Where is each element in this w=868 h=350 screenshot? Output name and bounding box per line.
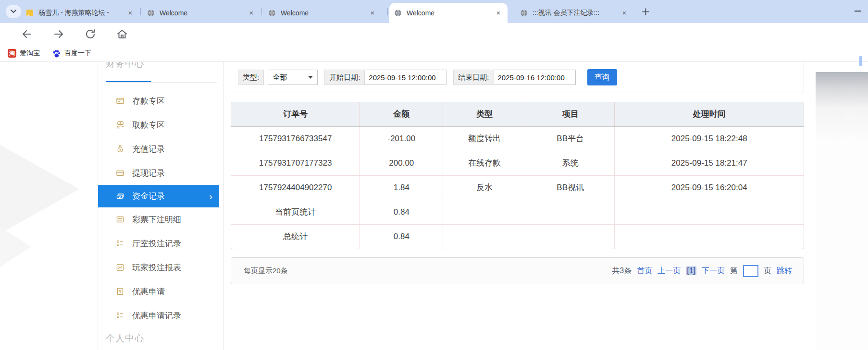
scrollbar-thumb[interactable]: [859, 56, 862, 66]
sidebar-section-finance: 财务中心: [106, 62, 144, 70]
start-date-input[interactable]: [365, 70, 446, 85]
watermark-triangle: [0, 220, 31, 273]
chevron-down-icon: [308, 76, 313, 79]
tab-close-icon[interactable]: ×: [247, 9, 256, 17]
next-page-link[interactable]: 下一页: [702, 266, 725, 276]
globe-favicon-icon: [147, 9, 155, 17]
promo-list-icon: [116, 311, 124, 320]
start-date-label: 开始日期:: [324, 70, 365, 85]
sidebar-item-label: 优惠申请记录: [132, 310, 181, 321]
bookmarks-bar: 淘 爱淘宝 百度一下: [0, 45, 868, 62]
query-button[interactable]: 查询: [587, 69, 617, 85]
table-row: 1757931766733547 -201.00 额度转出 BB平台 2025-…: [231, 126, 804, 151]
tab-title: Welcome: [160, 9, 247, 17]
tab-close-icon[interactable]: ×: [494, 9, 503, 17]
forward-icon[interactable]: [53, 28, 64, 40]
cell-amount: 1.84: [360, 175, 443, 200]
cell-project: BB视讯: [526, 175, 615, 200]
cell-process-time: 2025-09-15 18:21:47: [615, 151, 804, 175]
cell-project: 系统: [526, 151, 615, 175]
cell-summary-label: 当前页统计: [231, 200, 360, 224]
globe-favicon-icon: [394, 9, 402, 17]
type-select[interactable]: 全部: [268, 70, 318, 85]
browser-tab-1[interactable]: 杨雪儿 - 海燕策略论坛 - ×: [21, 3, 139, 23]
cell-amount: 0.84: [360, 224, 443, 249]
prev-page-link[interactable]: 上一页: [657, 266, 681, 276]
sidebar-item-label: 厅室投注记录: [132, 238, 181, 249]
baidu-paw-icon: [52, 49, 61, 58]
sidebar-item-funds-records[interactable]: 资金记录 ›: [98, 185, 219, 207]
table-row: 1757924404902270 1.84 反水 BB视讯 2025-09-15…: [231, 175, 804, 200]
filter-bar: 类型: 全部 开始日期: 结束日期: 查询: [231, 62, 804, 93]
jump-button[interactable]: 跳转: [777, 266, 792, 276]
tab-close-icon[interactable]: ×: [620, 9, 629, 17]
sidebar-item-deposit[interactable]: 存款专区: [98, 89, 224, 113]
wallet-icon: [116, 169, 124, 177]
sidebar-item-withdraw[interactable]: 取款专区: [98, 113, 224, 137]
new-tab-button[interactable]: [640, 6, 651, 17]
cell-amount: 200.00: [360, 151, 443, 175]
user-center-sidebar: 财务中心 存款专区 取款专区: [98, 62, 224, 350]
cell-amount: -201.00: [360, 126, 443, 151]
cell-order-no: 1757931766733547: [231, 126, 360, 151]
sidebar-item-label: 玩家投注报表: [132, 262, 181, 273]
tab-close-icon[interactable]: ×: [126, 9, 135, 17]
window-minimize-button[interactable]: [855, 11, 861, 12]
sidebar-item-recharge-records[interactable]: 充值记录: [98, 137, 224, 161]
promo-ticket-icon: [116, 287, 124, 296]
chevron-down-icon: [11, 10, 16, 13]
cell-summary-label: 总统计: [231, 224, 360, 249]
list-icon: [116, 215, 124, 224]
money-bag-icon: [116, 145, 124, 153]
sidebar-menu: 存款专区 取款专区 充值记录: [98, 89, 224, 327]
sidebar-item-label: 充值记录: [132, 144, 165, 155]
plus-icon: [642, 8, 649, 15]
section-divider: [106, 82, 217, 83]
reload-icon[interactable]: [85, 28, 96, 40]
globe-favicon-icon: [520, 9, 528, 17]
bookmark-baidu[interactable]: 百度一下: [52, 48, 91, 59]
globe-favicon-icon: [268, 9, 276, 17]
funds-records-table: 订单号 金额 类型 项目 处理时间 1757931766733547 -201.…: [231, 102, 804, 249]
home-icon[interactable]: [116, 28, 128, 40]
forum-favicon-icon: [26, 9, 34, 17]
pagination-bar: 每页显示20条 共3条 首页 上一页 [1] 下一页 第 页 跳转: [231, 257, 804, 284]
tab-close-icon[interactable]: ×: [368, 9, 377, 17]
browser-tab-2[interactable]: Welcome ×: [142, 3, 260, 23]
bookmark-taobao[interactable]: 淘 爱淘宝: [8, 48, 40, 59]
browser-tab-3[interactable]: Welcome ×: [263, 3, 382, 23]
chevron-right-icon: ›: [209, 192, 212, 201]
report-chart-icon: [116, 263, 124, 272]
sidebar-item-room-bet-records[interactable]: 厅室投注记录: [98, 231, 224, 255]
page-right-decoration: [816, 72, 868, 350]
browser-tab-4-active[interactable]: Welcome ×: [389, 3, 508, 23]
sidebar-item-lottery-bet-detail[interactable]: 彩票下注明细: [98, 207, 224, 231]
back-icon[interactable]: [21, 28, 33, 40]
browser-toolbar: js13.cc/hhcp/usercenter.html?iniType=6: [0, 23, 868, 45]
sidebar-item-label: 资金记录: [132, 191, 165, 202]
deposit-card-icon: [116, 97, 124, 105]
bookmark-label: 百度一下: [64, 49, 91, 58]
end-date-input[interactable]: [494, 70, 576, 85]
browser-tab-5[interactable]: :::视讯 会员下注纪录::: ×: [515, 3, 633, 23]
jump-page-input[interactable]: [743, 265, 758, 277]
tab-title: :::视讯 会员下注纪录:::: [533, 9, 620, 17]
sidebar-item-label: 彩票下注明细: [132, 214, 181, 225]
sidebar-item-withdrawal-records[interactable]: 提现记录: [98, 161, 224, 185]
tab-title: Welcome: [407, 9, 494, 17]
end-date-label: 结束日期:: [453, 70, 494, 85]
tab-title: Welcome: [281, 9, 368, 17]
sidebar-item-promo-apply[interactable]: 优惠申请: [98, 279, 224, 303]
first-page-link[interactable]: 首页: [637, 266, 652, 276]
tab-search-button[interactable]: [6, 5, 21, 18]
withdraw-hand-icon: [116, 121, 124, 129]
sidebar-item-player-bet-report[interactable]: 玩家投注报表: [98, 255, 224, 279]
sidebar-item-promo-apply-records[interactable]: 优惠申请记录: [98, 303, 224, 327]
cell-project: BB平台: [526, 126, 615, 151]
current-page-indicator[interactable]: [1]: [686, 266, 696, 275]
table-row: 1757931707177323 200.00 在线存款 系统 2025-09-…: [231, 151, 804, 175]
sidebar-item-label: 优惠申请: [132, 286, 165, 297]
cell-amount: 0.84: [360, 200, 443, 224]
col-header-order-no: 订单号: [231, 102, 360, 126]
col-header-project: 项目: [526, 102, 615, 126]
